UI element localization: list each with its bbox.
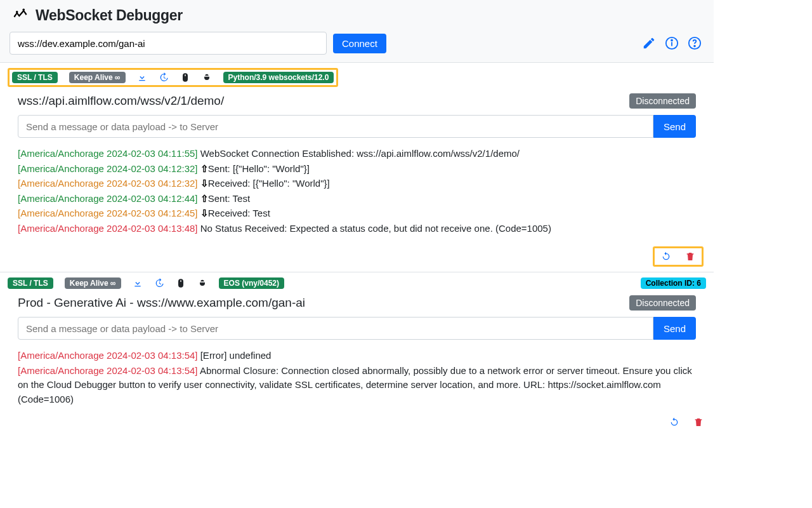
delete-icon[interactable] xyxy=(685,251,695,262)
history-icon[interactable] xyxy=(159,72,169,83)
panel2-toolbar: SSL / TLS Keep Alive ∞ EOS (vny/0452) Co… xyxy=(0,272,714,294)
download-icon[interactable] xyxy=(137,72,147,83)
ssl-badge: SSL / TLS xyxy=(8,277,53,289)
mouse-icon[interactable] xyxy=(180,72,190,83)
log-timestamp: [America/Anchorage 2024-02-03 04:12:45] xyxy=(18,208,200,218)
log-line: [America/Anchorage 2024-02-03 04:12:44] … xyxy=(18,192,696,206)
reconnect-icon[interactable] xyxy=(661,251,671,262)
direction-arrow-icon: ⇧ xyxy=(200,192,208,206)
log-timestamp: [America/Anchorage 2024-02-03 04:12:32] xyxy=(18,163,200,174)
panel2-title: Prod - Generative Ai - wss://www.example… xyxy=(18,296,305,310)
highlight-box-toolbar: SSL / TLS Keep Alive ∞ Python/3.9 websoc… xyxy=(8,68,338,87)
bug-icon[interactable] xyxy=(202,72,212,83)
panel1-status-badge: Disconnected xyxy=(629,93,696,109)
log-message: Sent: [{"Hello": "World"}] xyxy=(208,163,310,174)
svg-point-4 xyxy=(671,40,672,41)
svg-point-6 xyxy=(694,46,695,47)
direction-arrow-icon: ⇩ xyxy=(200,177,208,191)
server-header-badge: EOS (vny/0452) xyxy=(219,277,284,289)
delete-icon[interactable] xyxy=(693,417,704,427)
log-line: [America/Anchorage 2024-02-03 04:12:45] … xyxy=(18,206,696,221)
log-line: [America/Anchorage 2024-02-03 04:11:55] … xyxy=(18,147,696,161)
panel1-title-row: wss://api.aimlflow.com/wss/v2/1/demo/ Di… xyxy=(0,92,714,115)
history-icon[interactable] xyxy=(154,278,164,288)
mouse-icon[interactable] xyxy=(176,278,186,288)
svg-point-1 xyxy=(23,9,25,11)
svg-point-0 xyxy=(16,11,18,13)
collection-id-badge: Collection ID: 6 xyxy=(641,277,706,289)
log-timestamp: [America/Anchorage 2024-02-03 04:11:55] xyxy=(18,148,200,159)
server-header-badge: Python/3.9 websockets/12.0 xyxy=(223,72,334,83)
panel1-title: wss://api.aimlflow.com/wss/v2/1/demo/ xyxy=(18,94,224,108)
keepalive-badge: Keep Alive ∞ xyxy=(65,277,121,289)
log-message: Received: Test xyxy=(208,208,270,218)
info-icon[interactable] xyxy=(665,36,679,50)
panel2-log: [America/Anchorage 2024-02-03 04:13:54] … xyxy=(0,349,714,412)
log-line: [America/Anchorage 2024-02-03 04:13:54] … xyxy=(18,364,696,407)
connection-panel-1: SSL / TLS Keep Alive ∞ Python/3.9 websoc… xyxy=(0,62,714,272)
app-logo-icon xyxy=(11,6,29,24)
keepalive-badge: Keep Alive ∞ xyxy=(69,72,126,83)
websocket-url-input[interactable] xyxy=(10,32,327,55)
log-line: [America/Anchorage 2024-02-03 04:12:32] … xyxy=(18,162,696,177)
log-timestamp: [America/Anchorage 2024-02-03 04:13:54] xyxy=(18,365,200,376)
connection-panel-2: SSL / TLS Keep Alive ∞ EOS (vny/0452) Co… xyxy=(0,272,714,432)
panel2-title-row: Prod - Generative Ai - wss://www.example… xyxy=(0,294,714,317)
panel1-message-input[interactable] xyxy=(18,115,653,138)
panel2-status-badge: Disconnected xyxy=(629,295,696,311)
connect-button[interactable]: Connect xyxy=(333,34,386,53)
direction-arrow-icon: ⇧ xyxy=(200,162,208,177)
log-line: [America/Anchorage 2024-02-03 04:12:32] … xyxy=(18,177,696,191)
help-icon[interactable] xyxy=(688,36,702,50)
reconnect-icon[interactable] xyxy=(669,417,679,427)
bug-icon[interactable] xyxy=(197,278,207,288)
log-message: Received: [{"Hello": "World"}] xyxy=(208,178,330,189)
edit-icon[interactable] xyxy=(642,36,656,50)
log-timestamp: [America/Anchorage 2024-02-03 04:13:48] xyxy=(18,223,200,234)
log-timestamp: [America/Anchorage 2024-02-03 04:12:44] xyxy=(18,193,200,204)
log-timestamp: [America/Anchorage 2024-02-03 04:12:32] xyxy=(18,178,200,189)
panel1-log: [America/Anchorage 2024-02-03 04:11:55] … xyxy=(0,147,714,241)
highlight-box-actions xyxy=(653,246,704,267)
panel2-send-button[interactable]: Send xyxy=(653,317,696,340)
app-header: WebSocket Debugger xyxy=(0,6,714,32)
panel1-send-button[interactable]: Send xyxy=(653,115,696,138)
ssl-badge: SSL / TLS xyxy=(12,72,58,83)
app-title: WebSocket Debugger xyxy=(36,7,183,24)
log-timestamp: [America/Anchorage 2024-02-03 04:13:54] xyxy=(18,350,200,361)
log-line: [America/Anchorage 2024-02-03 04:13:48] … xyxy=(18,222,696,236)
log-message: [Error] undefined xyxy=(200,350,272,361)
log-message: No Status Received: Expected a status co… xyxy=(200,223,551,234)
log-message: WebSocket Connection Established: wss://… xyxy=(200,148,520,159)
direction-arrow-icon: ⇩ xyxy=(200,206,208,221)
log-message: Sent: Test xyxy=(208,193,250,204)
log-line: [America/Anchorage 2024-02-03 04:13:54] … xyxy=(18,349,696,363)
download-icon[interactable] xyxy=(133,278,143,288)
connect-bar: Connect xyxy=(0,32,714,62)
panel1-toolbar: SSL / TLS Keep Alive ∞ Python/3.9 websoc… xyxy=(0,63,714,92)
panel2-message-input[interactable] xyxy=(18,317,653,340)
